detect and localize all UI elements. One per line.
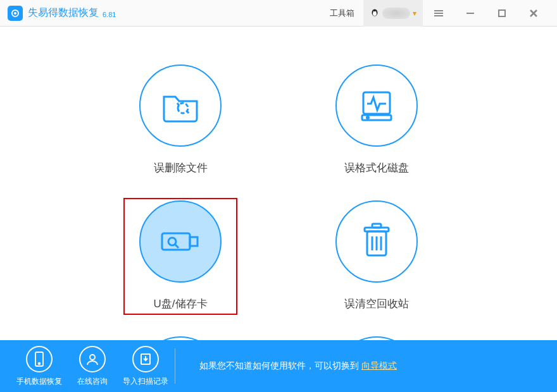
svg-point-15 <box>367 117 369 119</box>
account-name-blurred <box>382 8 410 19</box>
svg-point-4 <box>373 11 375 12</box>
svg-point-1 <box>14 12 16 15</box>
person-icon <box>79 346 106 372</box>
drive-pulse-icon <box>335 64 418 147</box>
svg-line-19 <box>175 244 178 248</box>
footer-label: 在线咨询 <box>77 376 108 387</box>
wizard-mode-link[interactable]: 向导模式 <box>361 360 397 371</box>
maximize-button[interactable] <box>486 0 518 27</box>
close-button[interactable] <box>518 0 549 27</box>
footer-mobile-recover[interactable]: 手机数据恢复 <box>13 346 66 387</box>
svg-point-35 <box>39 362 41 364</box>
option-usb-card[interactable]: U盘/储存卡 <box>123 198 237 315</box>
option-formatted-disk[interactable]: 误格式化磁盘 <box>320 64 434 175</box>
footer-hint: 如果您不知道如何使用软件，可以切换到 向导模式 <box>199 360 397 372</box>
usb-drive-icon <box>139 200 222 283</box>
svg-rect-17 <box>190 237 197 246</box>
menu-button[interactable] <box>423 0 454 27</box>
option-label: 误格式化磁盘 <box>344 161 409 175</box>
footer-online-consult[interactable]: 在线咨询 <box>66 346 119 387</box>
app-version: 6.81 <box>103 11 116 18</box>
app-title: 失易得数据恢复 <box>28 6 99 20</box>
option-emptied-recycle[interactable]: 误清空回收站 <box>320 200 434 311</box>
option-deleted-files[interactable]: 误删除文件 <box>123 64 237 175</box>
phone-icon <box>26 346 53 372</box>
footer-separator <box>175 348 175 384</box>
footer-import-scan[interactable]: 导入扫描记录 <box>119 346 172 387</box>
minimize-button[interactable] <box>454 0 486 27</box>
chevron-down-icon: ▾ <box>413 9 416 18</box>
svg-point-5 <box>375 11 377 12</box>
svg-point-36 <box>90 355 95 360</box>
import-icon <box>132 346 159 372</box>
account-button[interactable]: ▾ <box>363 0 423 27</box>
option-label: 误删除文件 <box>154 161 208 175</box>
svg-point-3 <box>373 11 377 16</box>
option-label: 误清空回收站 <box>344 297 409 311</box>
option-label: U盘/储存卡 <box>154 297 208 311</box>
toolbox-button[interactable]: 工具箱 <box>321 0 363 27</box>
recovery-options-grid: 误删除文件 误格式化磁盘 U盘/储存卡 <box>0 27 557 392</box>
trash-icon <box>335 200 418 283</box>
footer-hint-text: 如果您不知道如何使用软件，可以切换到 <box>199 360 361 371</box>
svg-rect-22 <box>372 224 381 228</box>
svg-rect-10 <box>499 10 505 16</box>
footer-bar: 手机数据恢复 在线咨询 导入扫描记录 如果您不知道如何使用软件，可以切换到 向导… <box>0 340 557 392</box>
footer-label: 导入扫描记录 <box>123 376 168 387</box>
footer-label: 手机数据恢复 <box>16 376 62 387</box>
folder-recycle-icon <box>139 64 222 147</box>
qq-icon <box>370 8 380 18</box>
app-logo <box>8 6 23 21</box>
titlebar: 失易得数据恢复 6.81 工具箱 ▾ <box>0 0 557 27</box>
